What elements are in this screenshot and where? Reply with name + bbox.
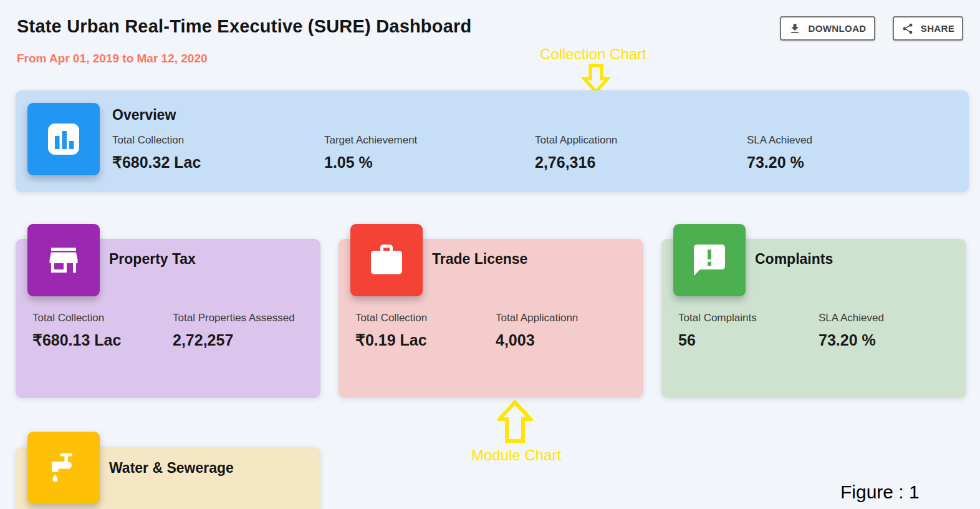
- trade-license-card: Trade License Total Collection ₹0.19 Lac…: [339, 239, 643, 398]
- download-button[interactable]: DOWNLOAD: [780, 16, 875, 41]
- metric-value: 56: [678, 331, 696, 349]
- metric-value: ₹680.32 Lac: [112, 153, 201, 172]
- metric-label: SLA Achieved: [747, 134, 812, 147]
- complaints-card: Complaints Total Complaints 56 SLA Achie…: [661, 239, 966, 398]
- water-sewerage-card: Water & Sewerage: [16, 447, 320, 509]
- down-arrow-icon: [582, 64, 610, 94]
- module-title: Trade License: [432, 251, 527, 268]
- overview-title: Overview: [112, 107, 176, 124]
- metric-label: Total Properties Assessed: [173, 312, 295, 324]
- page-title: State Urban Real-Time Executive (SURE) D…: [17, 16, 471, 37]
- share-button[interactable]: SHARE: [893, 16, 963, 41]
- collection-chart-annotation: Collection Chart: [540, 46, 646, 63]
- metric-label: SLA Achieved: [819, 312, 884, 324]
- metric-value: 2,76,316: [535, 153, 595, 172]
- bar-chart-icon: [27, 103, 100, 175]
- metric-label: Total Complaints: [678, 312, 757, 324]
- metric-value: 73.20 %: [819, 331, 876, 349]
- figure-label: Figure : 1: [840, 482, 920, 503]
- share-button-label: SHARE: [921, 23, 955, 34]
- metric-value: 73.20 %: [747, 153, 804, 172]
- metric-value: ₹680.13 Lac: [32, 331, 121, 349]
- metric-value: ₹0.19 Lac: [355, 331, 427, 349]
- metric-label: Total Applicationn: [535, 134, 617, 147]
- chat-alert-icon: [673, 224, 746, 296]
- module-title: Water & Sewerage: [109, 460, 234, 477]
- metric-label: Target Achievement: [324, 134, 417, 147]
- metric-label: Total Collection: [112, 134, 184, 147]
- dashboard-page: State Urban Real-Time Executive (SURE) D…: [0, 0, 980, 509]
- download-button-label: DOWNLOAD: [808, 23, 866, 34]
- module-title: Complaints: [755, 251, 833, 268]
- metric-label: Total Collection: [355, 312, 427, 324]
- metric-label: Total Applicationn: [496, 312, 578, 324]
- metric-label: Total Collection: [32, 312, 104, 324]
- metric-value: 1.05 %: [324, 153, 373, 172]
- briefcase-icon: [350, 224, 423, 296]
- metric-value: 2,72,257: [173, 331, 233, 349]
- date-range: From Apr 01, 2019 to Mar 12, 2020: [17, 52, 208, 65]
- overview-card: Overview Total Collection ₹680.32 Lac Ta…: [16, 90, 969, 192]
- module-chart-annotation: Module Chart: [471, 447, 561, 464]
- download-icon: [789, 22, 801, 35]
- metric-value: 4,003: [496, 331, 535, 349]
- up-arrow-icon: [497, 400, 533, 444]
- module-title: Property Tax: [109, 251, 196, 268]
- share-icon: [901, 22, 914, 35]
- storefront-icon: [27, 224, 100, 296]
- faucet-icon: [27, 432, 100, 504]
- property-tax-card: Property Tax Total Collection ₹680.13 La…: [16, 239, 320, 398]
